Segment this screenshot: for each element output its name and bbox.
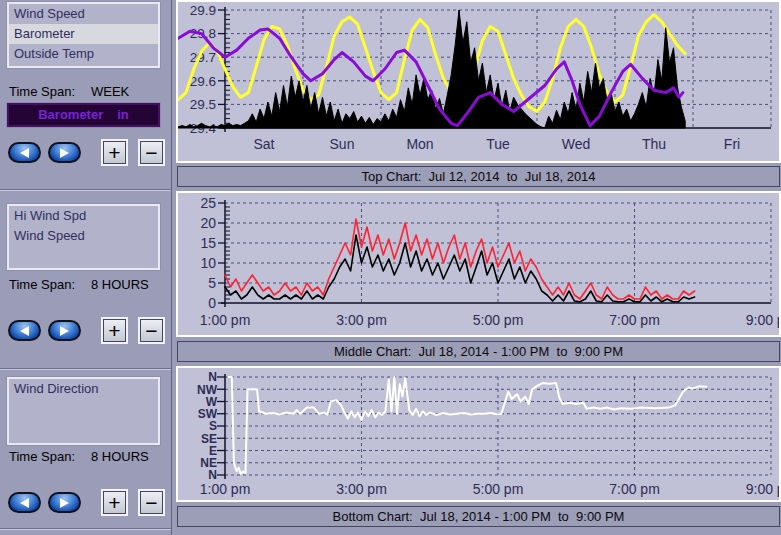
svg-text:S: S xyxy=(209,419,217,433)
arrow-right-icon xyxy=(60,498,69,508)
arrow-right-icon xyxy=(60,326,69,336)
svg-text:Fri: Fri xyxy=(724,136,740,152)
control-column: Wind SpeedBarometerOutside Temp Time Spa… xyxy=(0,0,172,535)
minus-icon: − xyxy=(145,320,157,341)
middle-chart-caption: Middle Chart: Jul 18, 2014 - 1:00 PM to … xyxy=(177,341,780,362)
arrow-left-icon xyxy=(20,148,29,158)
svg-text:3:00 pm: 3:00 pm xyxy=(336,481,387,497)
zoom-out-button-bottom[interactable]: − xyxy=(140,491,163,514)
top-chart: 29.429.529.629.729.829.9SatSunMonTueWedT… xyxy=(178,2,779,161)
svg-text:1:00 pm: 1:00 pm xyxy=(200,481,251,497)
zoom-out-button-middle[interactable]: − xyxy=(140,319,163,342)
time-span-value: 8 HOURS xyxy=(91,449,149,464)
unit-badge-unit: in xyxy=(117,107,129,122)
svg-text:10: 10 xyxy=(200,255,216,271)
svg-text:SE: SE xyxy=(201,432,217,446)
arrow-left-icon xyxy=(20,498,29,508)
zoom-in-button-top[interactable]: + xyxy=(103,141,126,164)
bottom-chart: NNEESESSWWNWN1:00 pm3:00 pm5:00 pm7:00 p… xyxy=(178,368,779,500)
svg-text:SW: SW xyxy=(198,407,218,421)
list-item-wind-speed[interactable]: Wind Speed xyxy=(9,226,158,246)
svg-text:Tue: Tue xyxy=(486,136,510,152)
prev-button-middle[interactable] xyxy=(8,320,41,341)
list-item-barometer[interactable]: Barometer xyxy=(9,24,158,44)
time-span-value: 8 HOURS xyxy=(91,277,149,292)
middle-chart-series-list[interactable]: Hi Wind SpdWind Speed xyxy=(7,204,160,270)
bottom-time-span: Time Span:8 HOURS xyxy=(9,449,149,464)
next-button-top[interactable] xyxy=(48,142,81,163)
svg-text:5:00 pm: 5:00 pm xyxy=(473,481,524,497)
time-span-label: Time Span: xyxy=(9,449,75,464)
middle-chart-panel: 05101520251:00 pm3:00 pm5:00 pm7:00 pm9:… xyxy=(176,191,781,337)
prev-button-top[interactable] xyxy=(8,142,41,163)
svg-text:NW: NW xyxy=(197,383,218,397)
svg-text:W: W xyxy=(206,395,218,409)
svg-text:29.5: 29.5 xyxy=(190,97,216,112)
svg-text:15: 15 xyxy=(200,235,216,251)
top-chart-caption: Top Chart: Jul 12, 2014 to Jul 18, 2014 xyxy=(177,166,780,187)
svg-text:29.9: 29.9 xyxy=(190,3,216,18)
top-chart-series-list[interactable]: Wind SpeedBarometerOutside Temp xyxy=(7,2,160,68)
svg-text:0: 0 xyxy=(208,295,216,311)
arrow-left-icon xyxy=(20,326,29,336)
svg-text:NE: NE xyxy=(200,456,217,470)
time-span-label: Time Span: xyxy=(9,277,75,292)
svg-text:5:00 pm: 5:00 pm xyxy=(473,312,524,328)
list-item-wind-speed[interactable]: Wind Speed xyxy=(9,4,158,24)
svg-text:9:00 pm: 9:00 pm xyxy=(746,481,779,497)
plus-icon: + xyxy=(108,492,120,513)
zoom-in-button-bottom[interactable]: + xyxy=(103,491,126,514)
list-item-wind-direction[interactable]: Wind Direction xyxy=(9,379,158,399)
bottom-chart-caption: Bottom Chart: Jul 18, 2014 - 1:00 PM to … xyxy=(177,506,780,527)
svg-text:Wed: Wed xyxy=(562,136,591,152)
list-item-outside-temp[interactable]: Outside Temp xyxy=(9,44,158,64)
svg-text:7:00 pm: 7:00 pm xyxy=(609,481,660,497)
bottom-chart-panel: NNEESESSWWNWN1:00 pm3:00 pm5:00 pm7:00 p… xyxy=(176,366,781,502)
bottom-chart-nav: + − xyxy=(8,491,168,517)
svg-text:Mon: Mon xyxy=(406,136,433,152)
svg-text:E: E xyxy=(209,444,217,458)
bottom-chart-series-list[interactable]: Wind Direction xyxy=(7,377,160,445)
next-button-middle[interactable] xyxy=(48,320,81,341)
svg-text:Thu: Thu xyxy=(642,136,666,152)
time-span-value: WEEK xyxy=(91,84,129,99)
svg-text:20: 20 xyxy=(200,215,216,231)
prev-button-bottom[interactable] xyxy=(8,492,41,513)
middle-chart-controls: Hi Wind SpdWind Speed Time Span:8 HOURS … xyxy=(0,189,171,369)
minus-icon: − xyxy=(145,142,157,163)
minus-icon: − xyxy=(145,492,157,513)
svg-text:1:00 pm: 1:00 pm xyxy=(200,312,251,328)
next-button-bottom[interactable] xyxy=(48,492,81,513)
time-span-label: Time Span: xyxy=(9,84,75,99)
top-chart-panel: 29.429.529.629.729.829.9SatSunMonTueWedT… xyxy=(176,0,781,163)
svg-text:29.7: 29.7 xyxy=(190,50,216,65)
plus-icon: + xyxy=(108,320,120,341)
plus-icon: + xyxy=(108,142,120,163)
svg-text:Sun: Sun xyxy=(330,136,355,152)
top-chart-nav: + − xyxy=(8,141,168,167)
unit-badge-label: Barometer xyxy=(38,107,103,122)
svg-text:29.6: 29.6 xyxy=(190,74,216,89)
weather-app-window: Wind SpeedBarometerOutside Temp Time Spa… xyxy=(0,0,781,535)
arrow-right-icon xyxy=(60,148,69,158)
zoom-out-button-top[interactable]: − xyxy=(140,141,163,164)
svg-text:9:00 pm: 9:00 pm xyxy=(746,312,779,328)
svg-text:Sat: Sat xyxy=(253,136,274,152)
svg-text:25: 25 xyxy=(200,195,216,211)
left-column-footer xyxy=(0,528,171,535)
middle-chart-nav: + − xyxy=(8,319,168,345)
top-time-span: Time Span:WEEK xyxy=(9,84,129,99)
middle-time-span: Time Span:8 HOURS xyxy=(9,277,149,292)
svg-text:3:00 pm: 3:00 pm xyxy=(336,312,387,328)
top-chart-controls: Wind SpeedBarometerOutside Temp Time Spa… xyxy=(0,0,171,189)
zoom-in-button-middle[interactable]: + xyxy=(103,319,126,342)
middle-chart: 05101520251:00 pm3:00 pm5:00 pm7:00 pm9:… xyxy=(178,193,779,335)
barometer-unit-badge: Barometerin xyxy=(7,103,160,127)
bottom-chart-controls: Wind Direction Time Span:8 HOURS + − xyxy=(0,368,171,529)
svg-text:7:00 pm: 7:00 pm xyxy=(609,312,660,328)
list-item-hi-wind-spd[interactable]: Hi Wind Spd xyxy=(9,206,158,226)
svg-text:5: 5 xyxy=(208,275,216,291)
svg-text:N: N xyxy=(208,370,217,384)
